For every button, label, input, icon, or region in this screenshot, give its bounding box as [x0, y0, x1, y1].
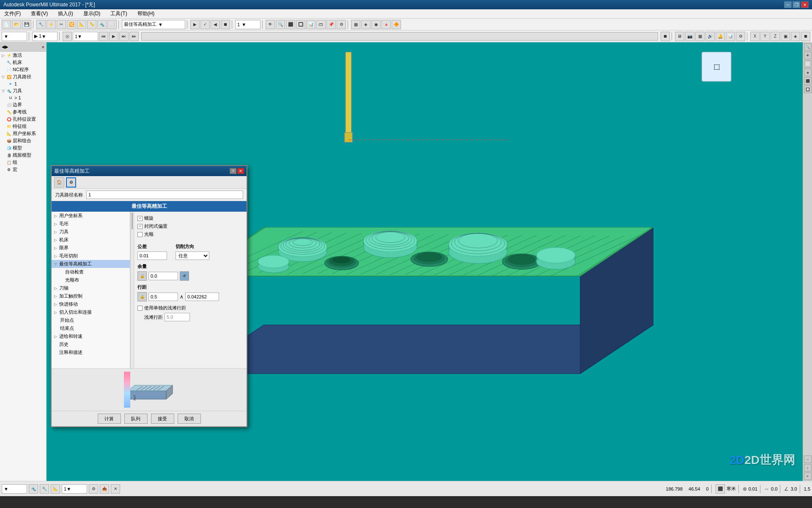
tree-item-boundary[interactable]: ⬜ 边界	[0, 101, 46, 108]
bottom-btn1[interactable]: 🔩	[29, 484, 38, 494]
view-btn3[interactable]: ⬛	[286, 20, 295, 29]
tree-item-tp1[interactable]: ➤ 1	[0, 80, 46, 87]
sim-btn3[interactable]: ◉	[371, 20, 381, 29]
menu-display[interactable]: 显示(D)	[81, 9, 103, 18]
panel-close[interactable]: ×	[42, 44, 44, 50]
sim-btn9[interactable]: 📊	[726, 32, 735, 41]
vp-close[interactable]: ×	[804, 472, 812, 480]
sim-btn2[interactable]: ◈	[361, 20, 370, 29]
menu-help[interactable]: 帮助(H)	[135, 9, 157, 18]
bottom-btn2[interactable]: 🔧	[40, 484, 49, 494]
view-btn6[interactable]: 🗃	[316, 20, 326, 29]
view3d-btn[interactable]: 🖥	[675, 32, 684, 41]
tb-btn5[interactable]: 🔀	[67, 20, 76, 29]
new-btn[interactable]: 📄	[2, 20, 11, 29]
dtree-ucs[interactable]: ▷ 用户坐标系	[52, 212, 130, 220]
tree-item-machine[interactable]: 🔧 机床	[0, 59, 46, 66]
open-btn[interactable]: 📂	[12, 20, 21, 29]
dialog-help-btn[interactable]: ?	[230, 168, 236, 174]
accept-button[interactable]: 接受	[151, 414, 174, 424]
dtree-start[interactable]: 开始点	[52, 316, 130, 324]
stepover-input[interactable]	[148, 293, 178, 301]
view-btn2[interactable]: 🔍	[276, 20, 285, 29]
tb-btn4[interactable]: ✂	[57, 20, 66, 29]
dtree-history[interactable]: 历史	[52, 340, 130, 348]
tree-item-group[interactable]: 📋 组	[0, 159, 46, 166]
dtree-axis[interactable]: ▷ 刀轴	[52, 284, 130, 292]
tolerance-input[interactable]	[137, 251, 167, 260]
menu-tools[interactable]: 工具(T)	[108, 9, 129, 18]
sb-btn1[interactable]: ⬛	[716, 484, 725, 494]
calculate-button[interactable]: 计算	[98, 414, 121, 424]
dialog-titlebar[interactable]: 最佳等高精加工 ? ✕	[52, 166, 247, 176]
number-dropdown[interactable]: 1 ▼	[235, 20, 261, 29]
view-btn7[interactable]: 📌	[326, 20, 336, 29]
view-btn4[interactable]: 🔲	[296, 20, 305, 29]
dtree-notes[interactable]: 注释和描述	[52, 348, 130, 356]
vp-btn5[interactable]: ⬛	[804, 77, 812, 85]
allowance-input[interactable]	[148, 272, 178, 280]
smooth-checkbox[interactable]	[137, 232, 143, 237]
axis-btn3[interactable]: Z	[771, 32, 780, 41]
bottom-axis-dropdown[interactable]: ▼	[2, 484, 27, 494]
dtree-autocheck[interactable]: 自动检查	[52, 268, 130, 276]
bottom-num-dropdown[interactable]: 1 ▼	[62, 484, 87, 494]
menu-file[interactable]: 文件(F)	[2, 9, 23, 18]
tree-item-toolpath[interactable]: ▽ 🔀 刀具路径	[0, 73, 46, 80]
menu-insert[interactable]: 插入(I)	[55, 9, 75, 18]
tb-btn8[interactable]: 🔩	[97, 20, 107, 29]
dtree-strategy[interactable]: ▽ 最佳等高精加工	[52, 260, 130, 268]
sim-btn6[interactable]: ▦	[695, 32, 705, 41]
vp-btn3[interactable]: ⬜	[804, 60, 812, 68]
sim-btn7[interactable]: 🔊	[705, 32, 715, 41]
vp-btn2[interactable]: 👁	[804, 52, 812, 59]
spiral-checkbox[interactable]	[137, 216, 143, 221]
view-btn8[interactable]: ⚙	[337, 20, 346, 29]
bottom-btn3[interactable]: 📐	[51, 484, 60, 494]
tb-btn3[interactable]: ⚡	[47, 20, 56, 29]
nav-next[interactable]: ⏭	[119, 32, 129, 41]
tree-scrollbar[interactable]	[130, 212, 134, 368]
tree-item-residual[interactable]: 🗿 残留模型	[0, 152, 46, 159]
tree-item-feature[interactable]: 📁 特征组	[0, 123, 46, 130]
viewport[interactable]: ⬚ 2D2D世界网 🔍 👁 ⬜ ◈ ⬛ 🔲 ↔ ↕ × 最佳等高精加工 ?	[47, 42, 812, 481]
dtree-limit[interactable]: ▷ 限界	[52, 244, 130, 252]
simulate-btn[interactable]: ◀	[211, 20, 220, 29]
restore-button[interactable]: ❐	[793, 1, 800, 8]
stepover-computed-input[interactable]	[185, 293, 219, 301]
dtree-roughcut[interactable]: ▷ 毛坯切削	[52, 252, 130, 260]
dialog-close-btn[interactable]: ✕	[237, 168, 244, 174]
tree-item-tool[interactable]: ▽ 🔩 刀具	[0, 87, 46, 94]
tree-item-active[interactable]: ▷ ⚡ 激活	[0, 52, 46, 59]
dtree-rapids[interactable]: ▷ 快进移动	[52, 300, 130, 308]
minimize-button[interactable]: ─	[784, 1, 792, 8]
verify-btn[interactable]: ✓	[200, 20, 210, 29]
allowance-reset-btn[interactable]: ↺	[180, 271, 189, 281]
tree-item-ref[interactable]: 📏 参考线	[0, 108, 46, 116]
cam-btn[interactable]: 📷	[685, 32, 694, 41]
dialog-tb-main[interactable]: 🏠	[54, 177, 64, 188]
tb-btn7[interactable]: 📏	[87, 20, 96, 29]
scrollbar-thumb[interactable]	[132, 213, 133, 229]
tb-btn9[interactable]: ⬜	[107, 20, 117, 29]
axis-btn5[interactable]: ◈	[791, 32, 800, 41]
point-btn[interactable]: ◎	[63, 32, 72, 41]
sim-btn4[interactable]: 🔺	[381, 20, 391, 29]
bottom-nav-btn[interactable]: ⚙	[89, 484, 98, 494]
sim-btn5[interactable]: 🔶	[392, 20, 401, 29]
num-dropdown2[interactable]: 1▼	[73, 32, 98, 41]
tree-item-ucs[interactable]: 📐 用户坐标系	[0, 130, 46, 137]
menu-view[interactable]: 查看(V)	[28, 9, 50, 18]
save-btn[interactable]: 💾	[22, 20, 31, 29]
stop-btn[interactable]: ⏹	[221, 20, 230, 29]
cancel-button[interactable]: 取消	[178, 414, 201, 424]
allowance-lock-btn[interactable]: 🔒	[137, 271, 147, 281]
stop-sim[interactable]: ⏹	[661, 32, 670, 41]
tree-item-tool1[interactable]: U > 1	[0, 94, 46, 101]
bottom-export-btn[interactable]: 📤	[100, 484, 109, 494]
tree-item-nc[interactable]: 📄 NC程序	[0, 66, 46, 73]
axis-btn4[interactable]: ▣	[781, 32, 790, 41]
vp-btn1[interactable]: 🔍	[804, 43, 812, 51]
tb-btn6[interactable]: 📐	[77, 20, 86, 29]
stepover-lock-btn[interactable]: 🔒	[137, 292, 147, 301]
